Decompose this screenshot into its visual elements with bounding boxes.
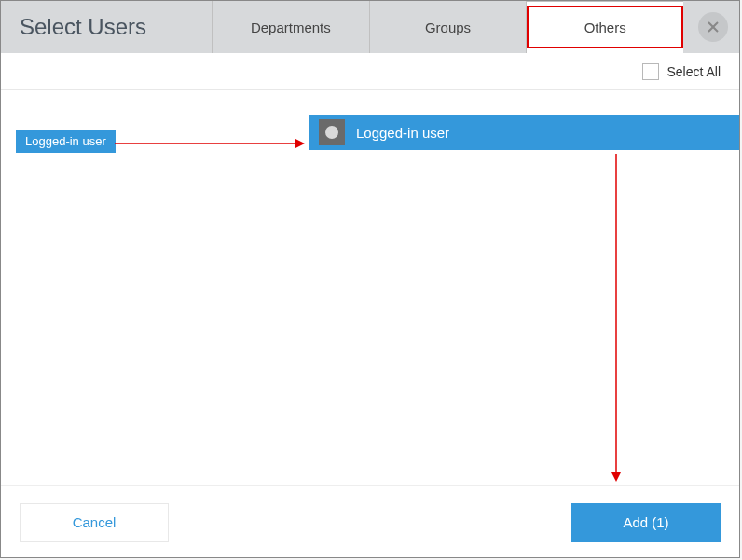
user-icon <box>325 126 338 139</box>
user-row-label: Logged-in user <box>356 125 449 141</box>
left-pane: Logged-in user <box>1 90 309 485</box>
select-users-dialog: Select Users Departments Groups Others S… <box>0 0 740 558</box>
user-row-logged-in[interactable]: Logged-in user <box>309 115 739 150</box>
tab-groups[interactable]: Groups <box>369 1 527 53</box>
right-pane: Logged-in user <box>309 90 739 485</box>
annotation-left-tag: Logged-in user <box>16 130 116 153</box>
dialog-header: Select Users Departments Groups Others <box>1 1 739 53</box>
cancel-button[interactable]: Cancel <box>20 503 169 542</box>
tab-others[interactable]: Others <box>526 1 683 53</box>
select-all-row: Select All <box>1 53 739 90</box>
close-icon <box>707 20 720 34</box>
avatar <box>319 119 345 145</box>
add-button[interactable]: Add (1) <box>571 503 721 542</box>
dialog-body: Logged-in user Logged-in user <box>1 90 739 485</box>
dialog-footer: Cancel Add (1) <box>1 485 739 558</box>
select-all-checkbox[interactable] <box>642 63 659 80</box>
select-all-label: Select All <box>666 64 721 79</box>
close-button[interactable] <box>698 12 728 42</box>
tab-bar: Departments Groups Others <box>212 1 683 53</box>
dialog-title: Select Users <box>1 1 212 53</box>
tab-departments[interactable]: Departments <box>212 1 369 53</box>
